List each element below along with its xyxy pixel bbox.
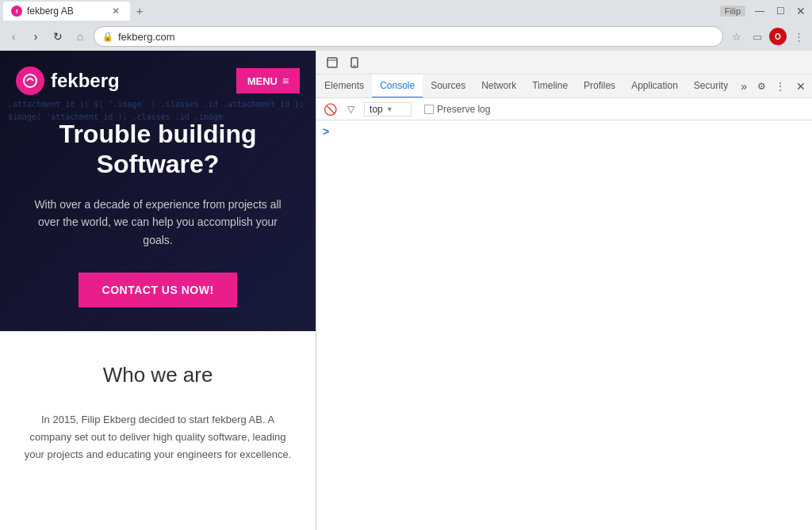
- svg-rect-1: [327, 58, 337, 67]
- devtools-panel: Elements Console Sources Network Timelin…: [316, 51, 812, 530]
- devtools-toolbar: [316, 51, 812, 74]
- tab-timeline[interactable]: Timeline: [524, 74, 576, 98]
- console-toolbar: 🚫 ▽ top ▼ Preserve log: [316, 98, 812, 120]
- headline-line1: Trouble building: [59, 120, 257, 148]
- opera-icon: O: [769, 28, 787, 45]
- title-bar-left: f fekberg AB ✕ +: [3, 2, 149, 21]
- logo-icon: [16, 67, 44, 95]
- site-nav: fekberg MENU ≡: [16, 67, 300, 95]
- refresh-button[interactable]: ↻: [49, 28, 67, 45]
- headline-line2: Software?: [97, 150, 220, 178]
- menu-button[interactable]: MENU ≡: [236, 68, 300, 93]
- browser-main: .attachment_id ); $( '.image' ) .classes…: [0, 51, 812, 530]
- address-text: fekberg.com: [118, 31, 714, 43]
- browser-chrome: ‹ › ↻ ⌂ 🔒 fekberg.com ☆ ▭ O ⋮: [0, 22, 812, 51]
- inspect-element-button[interactable]: [323, 53, 342, 72]
- tab-profiles[interactable]: Profiles: [576, 74, 623, 98]
- tab-title: fekberg AB: [27, 6, 105, 17]
- devtools-tabs: Elements Console Sources Network Timelin…: [316, 74, 812, 98]
- cast-button[interactable]: ▭: [749, 28, 766, 45]
- website-panel: .attachment_id ); $( '.image' ) .classes…: [0, 51, 316, 530]
- context-label: top: [370, 104, 383, 115]
- device-mode-button[interactable]: [345, 53, 364, 72]
- tab-application[interactable]: Application: [623, 74, 686, 98]
- browser-tab[interactable]: f fekberg AB ✕: [3, 2, 130, 21]
- tab-network[interactable]: Network: [473, 74, 524, 98]
- console-filter-button[interactable]: ▽: [343, 102, 358, 116]
- devtools-close-button[interactable]: ✕: [790, 80, 812, 93]
- console-content: >: [316, 120, 812, 530]
- address-bar[interactable]: 🔒 fekberg.com: [94, 26, 723, 47]
- hero-content: fekberg MENU ≡ Trouble building Software…: [16, 67, 300, 307]
- who-title: Who we are: [24, 363, 292, 387]
- hero-headline: Trouble building Software?: [16, 119, 300, 180]
- browser-actions: ☆ ▭ O ⋮: [728, 28, 807, 45]
- hero-section: .attachment_id ); $( '.image' ) .classes…: [0, 51, 316, 331]
- tab-elements[interactable]: Elements: [316, 74, 372, 98]
- tab-sources[interactable]: Sources: [423, 74, 473, 98]
- tab-favicon: f: [11, 6, 22, 17]
- logo-text: fekberg: [51, 70, 120, 92]
- who-section: Who we are In 2015, Filip Ekberg decided…: [0, 331, 316, 479]
- bookmark-button[interactable]: ☆: [728, 28, 745, 45]
- devtools-settings-button[interactable]: ⚙: [752, 77, 771, 96]
- preserve-log-label: Preserve log: [437, 104, 490, 115]
- context-arrow-icon: ▼: [386, 105, 393, 113]
- new-tab-button[interactable]: +: [130, 2, 149, 21]
- console-prompt-arrow: >: [323, 125, 806, 138]
- close-button[interactable]: ✕: [793, 3, 809, 19]
- who-body: In 2015, Filip Ekberg decided to start f…: [24, 411, 292, 463]
- console-clear-button[interactable]: 🚫: [323, 102, 337, 116]
- devtools-menu-button[interactable]: ⋮: [771, 77, 790, 96]
- menu-button[interactable]: ⋮: [790, 28, 807, 45]
- minimize-button[interactable]: —: [752, 3, 768, 19]
- svg-point-0: [24, 74, 36, 87]
- tab-console[interactable]: Console: [372, 74, 423, 98]
- tab-security[interactable]: Security: [686, 74, 736, 98]
- console-context-select[interactable]: top ▼: [364, 102, 412, 116]
- preserve-log-checkbox[interactable]: [424, 105, 434, 114]
- back-button[interactable]: ‹: [5, 28, 22, 45]
- user-label: Filip: [720, 6, 745, 17]
- window-controls: — ☐ ✕: [752, 3, 809, 19]
- tab-close-button[interactable]: ✕: [109, 5, 122, 17]
- cta-button[interactable]: CONTACT US NOW!: [79, 273, 237, 307]
- title-bar-right: Filip — ☐ ✕: [720, 3, 809, 19]
- menu-label: MENU: [247, 75, 278, 87]
- forward-button[interactable]: ›: [27, 28, 44, 45]
- hero-subtext: With over a decade of experience from pr…: [16, 196, 300, 249]
- hamburger-icon: ≡: [282, 74, 289, 87]
- more-tabs-button[interactable]: »: [736, 80, 752, 93]
- preserve-log-option: Preserve log: [424, 104, 490, 115]
- site-logo: fekberg: [16, 67, 120, 95]
- title-bar: f fekberg AB ✕ + Filip — ☐ ✕: [0, 0, 812, 22]
- security-lock-icon: 🔒: [102, 32, 113, 42]
- home-button[interactable]: ⌂: [71, 28, 89, 45]
- maximize-button[interactable]: ☐: [772, 3, 788, 19]
